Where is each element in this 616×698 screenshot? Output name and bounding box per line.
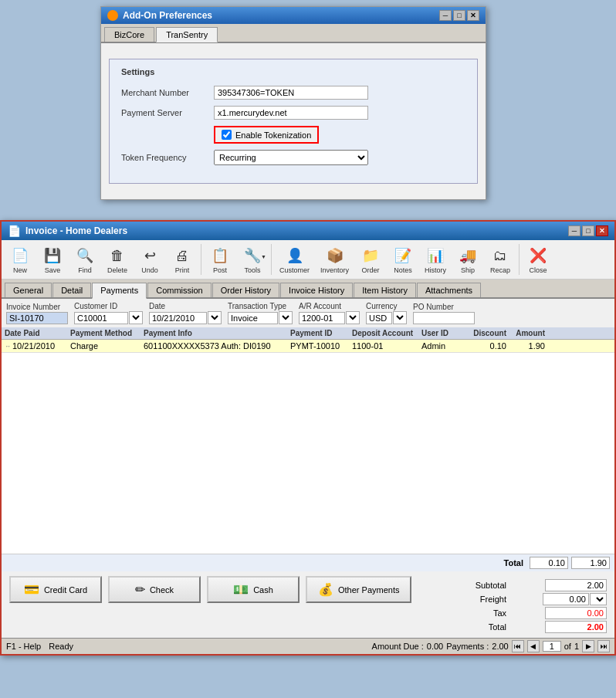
tab-item-history[interactable]: Item History <box>354 283 416 297</box>
subtotal-input[interactable] <box>545 579 607 591</box>
tab-attachments[interactable]: Attachments <box>417 283 481 297</box>
addon-preferences-dialog: Add-On Preferences ─ □ ✕ BizCore TranSen… <box>100 6 486 200</box>
enable-tokenization-label: Enable Tokenization <box>235 130 311 140</box>
tab-general[interactable]: General <box>5 283 52 297</box>
token-frequency-select[interactable]: Recurring <box>214 150 368 165</box>
credit-card-button[interactable]: 💳 Credit Card <box>9 576 102 603</box>
date-select[interactable]: ▼ <box>208 311 222 324</box>
freight-input[interactable] <box>543 593 589 605</box>
history-button[interactable]: 📊 History <box>420 243 451 276</box>
order-button[interactable]: 📁 Order <box>355 243 386 276</box>
freight-ni-select[interactable]: NI <box>590 593 607 605</box>
payment-info-col: Payment Info <box>144 329 290 337</box>
merchant-number-input[interactable] <box>214 86 368 100</box>
notes-button[interactable]: 📝 Notes <box>388 243 418 276</box>
addon-close-button[interactable]: ✕ <box>467 10 479 21</box>
help-label: F1 - Help <box>6 642 41 651</box>
notes-icon: 📝 <box>392 245 414 266</box>
discount-col: Discount <box>464 329 506 337</box>
currency-input[interactable] <box>366 312 392 324</box>
customer-button[interactable]: 👤 Customer <box>275 243 314 276</box>
payment-id-col: Payment ID <box>290 329 352 337</box>
po-number-label: PO Number <box>413 303 475 311</box>
invoice-titlebar-controls: ─ □ ✕ <box>568 225 608 236</box>
tab-payments[interactable]: Payments <box>92 283 147 299</box>
tax-input[interactable] <box>545 607 607 619</box>
page-total: 1 <box>574 642 579 651</box>
transaction-type-input[interactable] <box>228 312 278 324</box>
recap-button[interactable]: 🗂 Recap <box>485 243 516 276</box>
summary-total-input[interactable] <box>545 621 607 633</box>
other-payments-icon: 💰 <box>318 582 333 597</box>
credit-card-icon: 💳 <box>24 582 39 597</box>
payments-col-header: Date Paid Payment Method Payment Info Pa… <box>2 327 614 340</box>
undo-button[interactable]: ↩ Undo <box>134 243 165 276</box>
save-icon: 💾 <box>42 245 63 266</box>
toolbar-sep-2 <box>271 244 272 275</box>
transaction-type-group: Transaction Type ▼ <box>228 302 293 324</box>
invoice-tab-bar: General Detail Payments Commission Order… <box>2 280 614 299</box>
transaction-type-select[interactable]: ▼ <box>279 311 293 324</box>
cash-button[interactable]: 💵 Cash <box>207 576 300 603</box>
addon-minimize-button[interactable]: ─ <box>439 10 452 21</box>
ship-button[interactable]: 🚚 Ship <box>452 243 483 276</box>
invoice-maximize-button[interactable]: □ <box>582 225 594 236</box>
ar-account-select[interactable]: ▼ <box>346 311 360 324</box>
print-button[interactable]: 🖨 Print <box>167 243 198 276</box>
currency-select[interactable]: ▼ <box>393 311 407 324</box>
addon-maximize-button[interactable]: □ <box>453 10 465 21</box>
delete-button[interactable]: 🗑 Delete <box>102 243 133 276</box>
customer-label: Customer <box>279 266 310 274</box>
customer-id-select[interactable]: ▼ <box>129 311 143 324</box>
ship-icon: 🚚 <box>457 245 479 266</box>
toolbar-sep-1 <box>201 244 201 275</box>
new-button[interactable]: 📄 New <box>5 243 36 276</box>
post-button[interactable]: 📋 Post <box>205 243 235 276</box>
total-discount-input[interactable] <box>530 557 568 569</box>
nav-next-button[interactable]: ▶ <box>582 640 594 652</box>
find-button[interactable]: 🔍 Find <box>69 243 100 276</box>
totals-bar: Total <box>2 554 614 571</box>
total-amount-input[interactable] <box>571 557 610 569</box>
tools-button[interactable]: 🔧 Tools ▼ <box>237 243 268 276</box>
check-button[interactable]: ✏ Check <box>108 576 201 603</box>
nav-first-button[interactable]: ⏮ <box>512 640 524 652</box>
tab-detail[interactable]: Detail <box>52 283 91 297</box>
currency-group: Currency ▼ <box>366 302 407 324</box>
save-button[interactable]: 💾 Save <box>37 243 68 276</box>
tab-invoice-history[interactable]: Invoice History <box>280 283 353 297</box>
nav-last-button[interactable]: ⏭ <box>597 640 610 652</box>
payment-server-input[interactable] <box>214 106 368 120</box>
tab-commission[interactable]: Commission <box>147 283 212 297</box>
addon-content: Settings Merchant Number Payment Server … <box>101 43 486 199</box>
freight-row: Freight NI <box>452 593 607 605</box>
addon-title: Add-On Preferences <box>123 10 212 21</box>
addon-tab-transentry[interactable]: TranSentry <box>156 27 218 42</box>
nav-prev-button[interactable]: ◀ <box>527 640 540 652</box>
ar-account-input[interactable] <box>299 312 345 324</box>
page-current-input[interactable] <box>543 641 561 652</box>
ship-label: Ship <box>461 266 475 274</box>
close-toolbar-button[interactable]: ❌ Close <box>523 243 553 276</box>
invoice-close-button[interactable]: ✕ <box>596 225 608 236</box>
other-payments-button[interactable]: 💰 Other Payments <box>306 576 411 603</box>
inventory-button[interactable]: 📦 Inventory <box>316 243 354 276</box>
invoice-header: Invoice Number Customer ID ▼ Date ▼ Tran… <box>2 299 614 327</box>
invoice-minimize-button[interactable]: ─ <box>568 225 580 236</box>
table-row[interactable]: ↔ 10/21/2010 Charge 601100XXXXX5373 Auth… <box>2 340 614 353</box>
po-number-input[interactable] <box>413 312 475 324</box>
tab-order-history[interactable]: Order History <box>212 283 279 297</box>
inventory-icon: 📦 <box>324 245 346 266</box>
addon-tab-bizcore[interactable]: BizCore <box>104 27 154 42</box>
row-payment-method: Charge <box>70 341 144 351</box>
addon-tab-bar: BizCore TranSentry <box>101 24 486 43</box>
row-payment-info: 601100XXXXX5373 Auth: DI0190 <box>144 341 290 351</box>
invoice-number-input[interactable] <box>6 312 68 324</box>
customer-id-input[interactable] <box>74 312 128 324</box>
transaction-type-label: Transaction Type <box>228 302 293 310</box>
enable-tokenization-checkbox[interactable] <box>222 130 232 140</box>
toolbar-sep-3 <box>519 244 520 275</box>
close-toolbar-icon: ❌ <box>527 245 549 266</box>
date-input[interactable] <box>149 312 207 324</box>
check-icon: ✏ <box>135 582 145 597</box>
